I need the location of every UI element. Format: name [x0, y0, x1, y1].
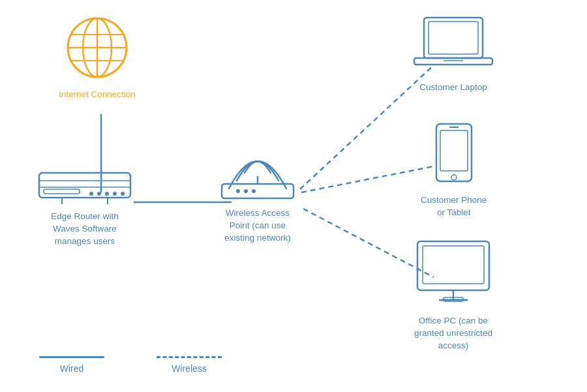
- svg-rect-32: [440, 130, 468, 171]
- internet-icon: [61, 12, 133, 83]
- svg-rect-35: [417, 241, 489, 290]
- laptop-icon: [411, 14, 496, 76]
- office-pc-block: Office PC (can begranted unrestrictedacc…: [411, 238, 496, 352]
- customer-laptop-block: Customer Laptop: [411, 14, 496, 94]
- wireless-line: [157, 356, 222, 358]
- svg-rect-28: [429, 22, 478, 54]
- svg-rect-36: [423, 246, 484, 284]
- svg-point-24: [236, 189, 240, 193]
- legend: Wired Wireless: [39, 356, 222, 374]
- svg-point-25: [244, 189, 248, 193]
- svg-rect-29: [414, 58, 492, 65]
- svg-rect-19: [44, 189, 80, 194]
- edge-router-icon: [36, 166, 134, 205]
- wired-line: [39, 356, 104, 358]
- svg-line-3: [301, 166, 434, 192]
- wireless-ap-block: Wireless AccessPoint (can useexisting ne…: [209, 137, 307, 245]
- wireless-label: Wireless: [172, 363, 207, 374]
- office-pc-label: Office PC (can begranted unrestrictedacc…: [414, 315, 492, 352]
- svg-point-26: [252, 189, 256, 193]
- monitor-icon: [411, 238, 496, 310]
- svg-rect-27: [424, 18, 483, 58]
- edge-router-block: Edge Router withWaves Softwaremanages us…: [36, 166, 134, 248]
- wireless-legend: Wireless: [157, 356, 222, 374]
- wireless-ap-label: Wireless AccessPoint (can useexisting ne…: [224, 207, 290, 245]
- svg-point-33: [451, 175, 457, 180]
- customer-phone-label: Customer Phoneor Tablet: [421, 194, 487, 219]
- customer-phone-block: Customer Phoneor Tablet: [421, 121, 487, 219]
- svg-point-17: [113, 192, 117, 196]
- svg-point-14: [89, 192, 93, 196]
- svg-rect-31: [436, 124, 472, 181]
- svg-point-16: [105, 192, 109, 196]
- svg-rect-23: [222, 184, 294, 198]
- diagram-container: Internet Connection Edge Router withWave…: [0, 0, 587, 392]
- svg-point-18: [121, 192, 125, 196]
- wireless-ap-icon: [209, 137, 307, 202]
- svg-point-15: [97, 192, 101, 196]
- internet-label: Internet Connection: [59, 89, 136, 101]
- customer-laptop-label: Customer Laptop: [419, 82, 487, 94]
- phone-icon: [425, 121, 483, 189]
- wired-label: Wired: [60, 363, 84, 374]
- internet-icon-block: Internet Connection: [59, 12, 136, 101]
- wired-legend: Wired: [39, 356, 104, 374]
- edge-router-label: Edge Router withWaves Softwaremanages us…: [51, 211, 119, 248]
